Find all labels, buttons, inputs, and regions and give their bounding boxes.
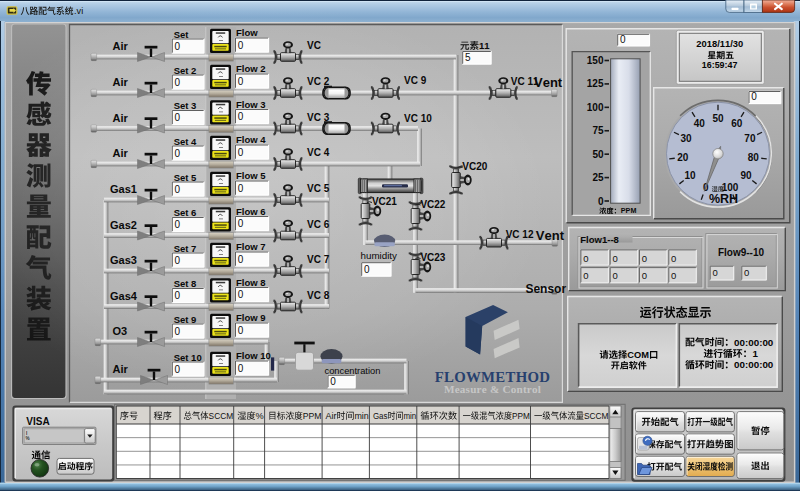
svg-text:00:00:00: 00:00:00	[734, 337, 774, 348]
svg-text:Air: Air	[113, 40, 129, 52]
svg-text:VC 12: VC 12	[506, 229, 534, 240]
svg-text:Measure & Control: Measure & Control	[444, 383, 541, 395]
svg-text:Flow 2: Flow 2	[236, 63, 266, 74]
svg-text:VC 2: VC 2	[307, 76, 330, 87]
svg-text:40: 40	[694, 118, 706, 129]
svg-text:Air: Air	[113, 363, 129, 375]
svg-text:Set: Set	[174, 29, 190, 40]
svg-text:VC23: VC23	[420, 252, 445, 263]
svg-text:70: 70	[744, 133, 756, 144]
svg-text:150: 150	[587, 55, 604, 66]
svg-text:Gas4: Gas4	[110, 290, 138, 302]
svg-text:PPM: PPM	[512, 411, 530, 422]
svg-text:0: 0	[713, 267, 718, 278]
svg-text:0: 0	[238, 363, 244, 374]
svg-text:%: %	[26, 436, 30, 441]
svg-text:.vi: .vi	[74, 6, 83, 16]
svg-text:75: 75	[592, 125, 604, 136]
svg-text:0: 0	[238, 289, 244, 300]
svg-text:Flow 7: Flow 7	[236, 241, 266, 252]
svg-text:min: min	[403, 410, 416, 421]
svg-text:Flow9--10: Flow9--10	[718, 247, 765, 258]
svg-text:0: 0	[175, 290, 181, 301]
svg-text:Gas: Gas	[373, 410, 388, 421]
svg-text:0: 0	[744, 267, 749, 278]
svg-text:100: 100	[587, 102, 604, 113]
svg-text:SCCM: SCCM	[209, 411, 234, 421]
svg-text:25: 25	[592, 172, 604, 183]
svg-text:concentration: concentration	[325, 366, 381, 376]
svg-text:0: 0	[238, 183, 244, 194]
svg-text:Air: Air	[113, 147, 129, 159]
svg-text:Set 10: Set 10	[174, 352, 202, 363]
svg-text:16:59:47: 16:59:47	[702, 60, 738, 70]
svg-text:50: 50	[712, 113, 724, 124]
svg-text:Vent: Vent	[536, 228, 565, 243]
svg-text:%: %	[256, 411, 264, 421]
svg-text:00:00:00: 00:00:00	[734, 359, 774, 370]
svg-text:humidity: humidity	[361, 250, 398, 261]
svg-text:80: 80	[748, 152, 760, 163]
svg-text:2018/11/30: 2018/11/30	[696, 38, 743, 49]
svg-text:Flow1--8: Flow1--8	[580, 234, 619, 245]
svg-text:Set 4: Set 4	[174, 136, 197, 147]
svg-text:VC 7: VC 7	[307, 254, 330, 265]
svg-text:Flow 4: Flow 4	[236, 134, 266, 145]
svg-text:10: 10	[684, 170, 696, 181]
svg-text:0: 0	[583, 253, 588, 264]
svg-text:0: 0	[671, 270, 676, 281]
svg-text:0: 0	[598, 196, 604, 207]
svg-text:Set 3: Set 3	[174, 100, 197, 111]
svg-text:VC21: VC21	[372, 196, 397, 207]
svg-text:Gas2: Gas2	[110, 219, 137, 231]
svg-text:0: 0	[238, 147, 244, 158]
svg-text:Set 2: Set 2	[174, 65, 197, 76]
svg-text:VC22: VC22	[420, 199, 445, 210]
svg-text:0: 0	[751, 91, 757, 102]
svg-text:0: 0	[175, 77, 181, 88]
svg-text:0: 0	[175, 148, 181, 159]
svg-text:Air: Air	[113, 112, 129, 124]
svg-text:Gas3: Gas3	[110, 254, 137, 266]
svg-text:Set 5: Set 5	[174, 172, 197, 183]
svg-text:0: 0	[175, 184, 181, 195]
svg-text:0: 0	[330, 376, 336, 387]
svg-text:VC 10: VC 10	[404, 113, 432, 124]
svg-text:Set 6: Set 6	[174, 207, 197, 218]
svg-text:0: 0	[238, 111, 244, 122]
svg-text:Flow: Flow	[236, 27, 258, 38]
svg-text:VC20: VC20	[462, 161, 487, 172]
svg-text:Air: Air	[113, 76, 129, 88]
svg-text:Flow 6: Flow 6	[236, 206, 266, 217]
svg-text:0: 0	[175, 364, 181, 375]
svg-text:COM: COM	[627, 350, 649, 360]
svg-text:125: 125	[587, 78, 604, 89]
svg-text:Set 8: Set 8	[174, 278, 197, 289]
svg-text:0: 0	[238, 325, 244, 336]
svg-text:Set 9: Set 9	[174, 314, 197, 325]
svg-text:O3: O3	[113, 325, 128, 337]
svg-text:Sensor: Sensor	[525, 282, 566, 296]
svg-text:Flow 9: Flow 9	[236, 312, 266, 323]
svg-text:VC: VC	[307, 40, 321, 51]
svg-text:0: 0	[613, 253, 618, 264]
svg-text:0: 0	[671, 253, 676, 264]
svg-text:0: 0	[642, 253, 647, 264]
svg-text:0: 0	[238, 40, 244, 51]
svg-text:0: 0	[175, 41, 181, 52]
svg-text:5: 5	[465, 52, 471, 63]
svg-text:Flow 5: Flow 5	[236, 170, 266, 181]
svg-text:90: 90	[740, 170, 752, 181]
svg-text:Flow 3: Flow 3	[236, 99, 266, 110]
svg-text:0: 0	[175, 219, 181, 230]
svg-text:min: min	[354, 411, 368, 421]
svg-text:0: 0	[364, 264, 370, 275]
svg-text:Air: Air	[326, 411, 337, 421]
svg-text:0: 0	[613, 270, 618, 281]
svg-text:VC 3: VC 3	[307, 112, 330, 123]
svg-text:11: 11	[479, 40, 490, 51]
svg-text:0: 0	[238, 254, 244, 265]
svg-text:Flow 10: Flow 10	[236, 350, 271, 361]
svg-text:0: 0	[175, 112, 181, 123]
svg-text:1: 1	[752, 348, 758, 359]
